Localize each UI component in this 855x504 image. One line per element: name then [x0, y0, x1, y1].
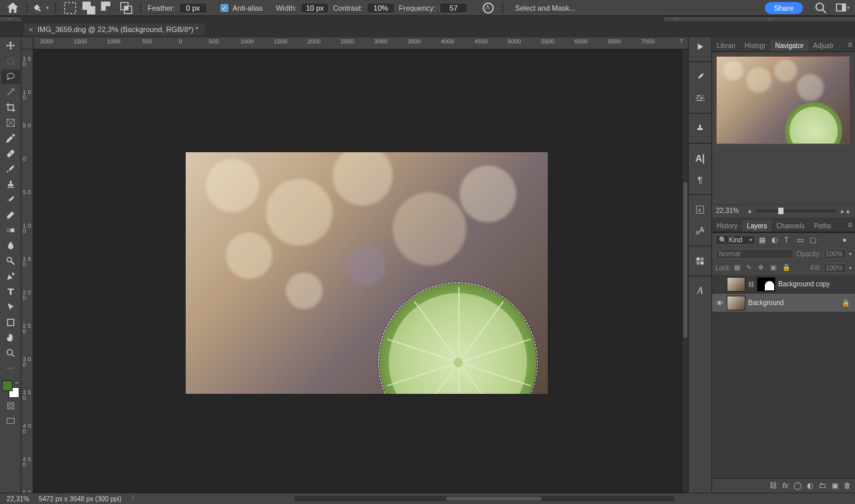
filter-shape-icon[interactable]: ▭: [797, 236, 806, 245]
tab-histogram[interactable]: Histogr: [740, 40, 771, 51]
zoom-in-icon[interactable]: ▲▲: [839, 208, 851, 214]
history-brush-tool[interactable]: [1, 192, 20, 207]
adjustments-icon[interactable]: [692, 91, 708, 105]
zoom-readout[interactable]: 22,31%: [716, 207, 744, 214]
mask-icon[interactable]: ◯: [794, 481, 802, 490]
lock-all-icon[interactable]: 🔒: [782, 264, 792, 273]
lasso-tool[interactable]: [1, 69, 20, 84]
char-style-icon[interactable]: aA: [692, 224, 708, 238]
character-icon[interactable]: A|: [692, 152, 708, 165]
home-icon[interactable]: [5, 1, 20, 15]
foreground-color[interactable]: [2, 381, 13, 391]
delete-icon[interactable]: 🗑: [844, 481, 851, 490]
add-selection-icon[interactable]: [81, 1, 96, 15]
lock-transparency-icon[interactable]: ▦: [734, 264, 743, 273]
gradient-tool[interactable]: [1, 223, 20, 238]
zoom-slider[interactable]: [755, 210, 836, 212]
mid-expand-handle[interactable]: ››: [664, 16, 688, 21]
status-doc-info[interactable]: 5472 px x 3648 px (300 ppi): [39, 495, 122, 503]
swatches-icon[interactable]: [692, 254, 708, 268]
fx-icon[interactable]: fx: [782, 481, 788, 490]
frequency-input[interactable]: [440, 3, 468, 13]
tab-paths[interactable]: Paths: [809, 220, 836, 232]
lock-pixels-icon[interactable]: ✎: [746, 264, 755, 273]
subtract-selection-icon[interactable]: [100, 1, 115, 15]
link-icon[interactable]: ⛓: [748, 281, 754, 288]
link-layers-icon[interactable]: ⛓: [770, 481, 777, 490]
fill-input[interactable]: [824, 263, 846, 273]
workspace-icon[interactable]: ▾: [835, 1, 850, 15]
document-tab[interactable]: ✕ IMG_3659.dng @ 22,3% (Background, RGB/…: [24, 23, 205, 35]
glyphs-icon[interactable]: a: [692, 203, 708, 216]
tab-libraries[interactable]: Librari: [712, 40, 740, 51]
vertical-scrollbar[interactable]: [683, 49, 688, 493]
quickmask-tool[interactable]: [1, 399, 20, 413]
horizontal-scrollbar[interactable]: [294, 496, 675, 501]
navigator-thumbnail[interactable]: [716, 56, 850, 144]
canvas-area[interactable]: 2000150010005000500100015002000250030003…: [21, 37, 688, 493]
feather-input[interactable]: [179, 3, 207, 13]
new-selection-icon[interactable]: [63, 1, 77, 15]
clone-source-icon[interactable]: [692, 121, 708, 135]
shape-tool[interactable]: [1, 315, 20, 330]
status-zoom[interactable]: 22,31%: [7, 495, 29, 503]
layer-name[interactable]: Background: [748, 299, 839, 306]
filter-toggle-icon[interactable]: ●: [842, 236, 852, 245]
blur-tool[interactable]: [1, 238, 20, 253]
paragraph-icon[interactable]: ¶: [692, 173, 708, 186]
tab-layers[interactable]: Layers: [742, 220, 772, 232]
type-tool[interactable]: [1, 284, 20, 299]
tab-navigator[interactable]: Navigator: [770, 40, 808, 51]
share-button[interactable]: Share: [765, 2, 803, 14]
marquee-tool[interactable]: [1, 54, 20, 69]
wand-tool[interactable]: [1, 85, 20, 99]
color-swatches[interactable]: ⤺: [2, 381, 19, 398]
search-icon[interactable]: [814, 1, 828, 15]
crop-tool[interactable]: [1, 100, 20, 115]
zoom-tool[interactable]: [1, 346, 20, 360]
tab-channels[interactable]: Channels: [772, 220, 809, 232]
tab-adjustments[interactable]: Adjustr: [808, 40, 838, 51]
pen-tool[interactable]: [1, 269, 20, 284]
document-canvas[interactable]: [186, 152, 548, 394]
group-icon[interactable]: 🗀: [819, 481, 826, 490]
type-styles-icon[interactable]: A: [692, 284, 708, 298]
healing-tool[interactable]: [1, 146, 20, 161]
visibility-toggle[interactable]: 👁: [715, 299, 724, 307]
blend-mode-select[interactable]: Normal: [715, 249, 794, 259]
path-select-tool[interactable]: [1, 300, 20, 314]
tab-history[interactable]: History: [712, 220, 742, 232]
screenmode-tool[interactable]: [1, 414, 20, 429]
lock-position-icon[interactable]: ✥: [758, 264, 767, 273]
right-expand-handle[interactable]: ››: [688, 16, 855, 21]
intersect-selection-icon[interactable]: [119, 1, 134, 15]
layer-name[interactable]: Background copy: [778, 280, 852, 288]
layer-row[interactable]: ⛓ Background copy: [712, 275, 855, 294]
antialias-checkbox[interactable]: [220, 4, 228, 12]
play-icon[interactable]: [692, 40, 708, 53]
eyedropper-tool[interactable]: [1, 131, 20, 146]
contrast-input[interactable]: [367, 3, 395, 13]
select-and-mask-button[interactable]: Select and Mask...: [510, 3, 581, 13]
filter-adjust-icon[interactable]: ◐: [772, 236, 781, 245]
left-expand-handle[interactable]: ‹‹: [0, 16, 21, 21]
panel-menu-icon[interactable]: ≡: [845, 38, 855, 51]
layer-thumbnail[interactable]: [727, 296, 745, 310]
width-input[interactable]: [301, 3, 329, 13]
dodge-tool[interactable]: [1, 254, 20, 268]
close-icon[interactable]: ✕: [28, 26, 33, 33]
eraser-tool[interactable]: [1, 208, 20, 222]
opacity-input[interactable]: [824, 249, 846, 259]
new-layer-icon[interactable]: ▣: [832, 481, 838, 490]
brush-tool[interactable]: [1, 162, 20, 176]
layer-row[interactable]: 👁 Background 🔒: [712, 294, 855, 312]
layers-menu-icon[interactable]: ≡: [845, 218, 855, 232]
frame-tool[interactable]: [1, 115, 20, 130]
tool-preset-icon[interactable]: ▾: [34, 1, 49, 15]
zoom-out-icon[interactable]: ▲: [747, 208, 753, 214]
filter-smart-icon[interactable]: ▢: [810, 236, 819, 245]
layer-filter-kind[interactable]: 🔍Kind▾: [715, 235, 755, 245]
filter-type-icon[interactable]: T: [784, 236, 794, 245]
pen-pressure-icon[interactable]: [481, 1, 496, 15]
adjustment-icon[interactable]: ◐: [807, 481, 814, 490]
